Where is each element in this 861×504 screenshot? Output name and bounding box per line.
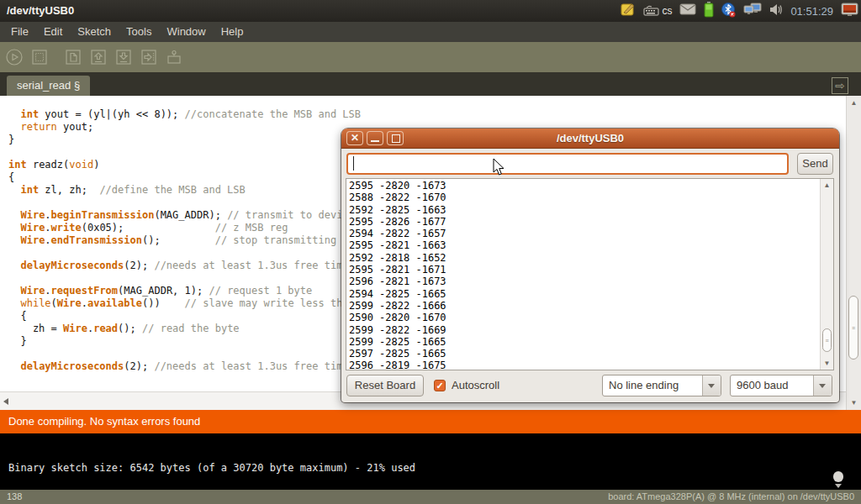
baud-rate-value: 9600 baud bbox=[737, 375, 788, 396]
serial-scroll-up-arrow-icon[interactable]: ▲ bbox=[821, 181, 833, 189]
serial-line: 2595 -2820 -1673 bbox=[349, 180, 446, 192]
serial-output-area[interactable]: 2595 -2820 -16732588 -2822 -16702592 -28… bbox=[346, 178, 834, 370]
close-icon[interactable]: ✕ bbox=[346, 131, 363, 145]
save-button[interactable] bbox=[114, 47, 134, 67]
serial-window-titlebar[interactable]: /dev/ttyUSB0 ✕ bbox=[341, 129, 839, 149]
serial-line: 2590 -2820 -1670 bbox=[349, 312, 446, 323]
serial-line: 2596 -2821 -1673 bbox=[349, 276, 446, 287]
autoscroll-label[interactable]: Autoscroll bbox=[452, 375, 499, 396]
tab-menu-button[interactable]: ⇨ bbox=[832, 77, 848, 94]
send-button[interactable]: Send bbox=[797, 153, 833, 175]
serial-line: 2599 -2822 -1669 bbox=[349, 324, 446, 336]
reset-board-button[interactable]: Reset Board bbox=[346, 375, 424, 396]
menu-item-window[interactable]: Window bbox=[159, 22, 213, 42]
code-line bbox=[8, 247, 361, 260]
code-line: { bbox=[8, 310, 361, 323]
tabbar: serial_read § ⇨ bbox=[0, 72, 861, 96]
panel-window-title: /dev/ttyUSB0 bbox=[7, 0, 74, 22]
code-line bbox=[8, 348, 361, 360]
code-line: } bbox=[8, 134, 361, 146]
code-line: Wire.write(0x05); // z MSB reg bbox=[8, 222, 361, 234]
code-line bbox=[8, 197, 361, 209]
toolbar bbox=[0, 42, 861, 72]
code-line: Wire.requestFrom(MAG_ADDR, 1); // reques… bbox=[8, 285, 361, 297]
tab-serial-read[interactable]: serial_read § bbox=[7, 76, 90, 96]
baud-rate-dropdown[interactable]: 9600 baud bbox=[730, 375, 832, 396]
chevron-down-icon bbox=[819, 384, 826, 388]
code-line: zh = Wire.read(); // read the byte bbox=[8, 323, 361, 335]
autoscroll-checkbox[interactable]: ✓ bbox=[434, 380, 446, 391]
line-ending-dropdown[interactable]: No line ending bbox=[602, 375, 721, 396]
serial-window-title: /dev/ttyUSB0 bbox=[341, 129, 839, 148]
code-line: while(Wire.available()) // slave may wri… bbox=[8, 297, 361, 310]
keyboard-layout-label[interactable]: cs bbox=[662, 5, 672, 17]
code-line: int yout = (yl|(yh << 8)); //concatenate… bbox=[8, 108, 361, 121]
mouse-cursor bbox=[493, 158, 505, 180]
dropdown-arrow-button[interactable] bbox=[813, 375, 832, 396]
bluetooth-icon[interactable] bbox=[721, 2, 736, 21]
console-output: Binary sketch size: 6542 bytes (of a 307… bbox=[0, 433, 861, 490]
line-ending-value: No line ending bbox=[609, 375, 679, 396]
footer-line-number: 138 bbox=[7, 490, 22, 504]
serial-line: 2594 -2822 -1657 bbox=[349, 228, 446, 239]
open-button[interactable] bbox=[88, 47, 108, 67]
console-scroll-down-arrow-icon[interactable] bbox=[835, 484, 842, 488]
menu-item-tools[interactable]: Tools bbox=[119, 22, 159, 42]
menu-item-help[interactable]: Help bbox=[214, 22, 251, 42]
serial-monitor-window: /dev/ttyUSB0 ✕ Send 2595 -2820 -16732588… bbox=[341, 129, 839, 402]
serial-line: 2594 -2825 -1665 bbox=[349, 288, 446, 300]
top-panel: /dev/ttyUSB0 cs 01:5 bbox=[0, 0, 861, 22]
code-line: Wire.beginTransmission(MAG_ADDR); // tra… bbox=[8, 209, 361, 222]
new-button[interactable] bbox=[63, 47, 83, 67]
menu-item-sketch[interactable]: Sketch bbox=[70, 22, 119, 42]
maximize-icon[interactable] bbox=[387, 131, 404, 145]
code-line: return yout; bbox=[8, 121, 361, 134]
chevron-down-icon bbox=[708, 384, 715, 388]
serial-monitor-button[interactable] bbox=[164, 47, 184, 67]
serial-line: 2588 -2822 -1670 bbox=[349, 192, 446, 203]
console-message: Binary sketch size: 6542 bytes (of a 307… bbox=[8, 462, 415, 474]
menu-item-file[interactable]: File bbox=[3, 22, 36, 42]
serial-send-input[interactable] bbox=[346, 153, 789, 175]
text-caret bbox=[353, 156, 354, 171]
vscroll-up-arrow-icon[interactable]: ▲ bbox=[847, 99, 861, 107]
verify-button[interactable] bbox=[4, 47, 24, 67]
minimize-icon[interactable] bbox=[367, 131, 383, 145]
clock[interactable]: 01:51:29 bbox=[790, 5, 833, 18]
serial-output-lines: 2595 -2820 -16732588 -2822 -16702592 -28… bbox=[349, 180, 446, 370]
upload-button[interactable] bbox=[139, 47, 159, 67]
code-line: } bbox=[8, 335, 361, 348]
serial-scrollbar-thumb[interactable]: ≡ bbox=[822, 328, 832, 352]
serial-scroll-down-arrow-icon[interactable]: ▼ bbox=[821, 360, 833, 367]
session-icon[interactable] bbox=[841, 3, 858, 20]
serial-line: 2597 -2825 -1665 bbox=[349, 348, 446, 360]
mail-icon[interactable] bbox=[679, 3, 696, 18]
serial-line: 2592 -2825 -1663 bbox=[349, 204, 446, 216]
hscroll-left-arrow-icon[interactable] bbox=[3, 398, 8, 405]
editor-vscrollbar[interactable]: ▲ ≡ ▼ bbox=[846, 96, 861, 410]
code-line: { bbox=[8, 171, 361, 184]
code-line: delayMicroseconds(2); //needs at least 1… bbox=[8, 360, 361, 373]
stop-button[interactable] bbox=[29, 47, 50, 67]
code-line: Wire.endTransmission(); // stop transmit… bbox=[8, 234, 361, 247]
screen: /dev/ttyUSB0 cs 01:5 bbox=[0, 0, 861, 504]
system-tray: cs 01:51:29 bbox=[621, 0, 858, 22]
dropdown-arrow-button[interactable] bbox=[702, 375, 721, 396]
code-line: delayMicroseconds(2); //needs at least 1… bbox=[8, 260, 361, 272]
console-scrollbar-thumb[interactable] bbox=[833, 471, 843, 482]
code-line bbox=[8, 146, 361, 159]
note-icon[interactable] bbox=[621, 2, 636, 20]
vscroll-thumb[interactable]: ≡ bbox=[848, 296, 858, 360]
menu-item-edit[interactable]: Edit bbox=[36, 22, 70, 42]
volume-icon[interactable] bbox=[769, 3, 783, 19]
battery-icon[interactable] bbox=[704, 2, 714, 21]
footer-board-info: board: ATmega328P(A) @ 8 MHz (internal) … bbox=[608, 490, 854, 504]
serial-scrollbar[interactable]: ▲ ≡ ▼ bbox=[820, 179, 833, 370]
serial-line: 2599 -2825 -1665 bbox=[349, 336, 446, 348]
keyboard-layout-icon[interactable]: cs bbox=[643, 5, 672, 17]
serial-line: 2595 -2826 -1677 bbox=[349, 216, 446, 228]
vscroll-down-arrow-icon[interactable]: ▼ bbox=[847, 399, 861, 407]
code-lines: int yout = (yl|(yh << 8)); //concatenate… bbox=[8, 108, 361, 373]
menubar: FileEditSketchToolsWindowHelp bbox=[0, 22, 861, 42]
network-icon[interactable] bbox=[743, 3, 762, 19]
